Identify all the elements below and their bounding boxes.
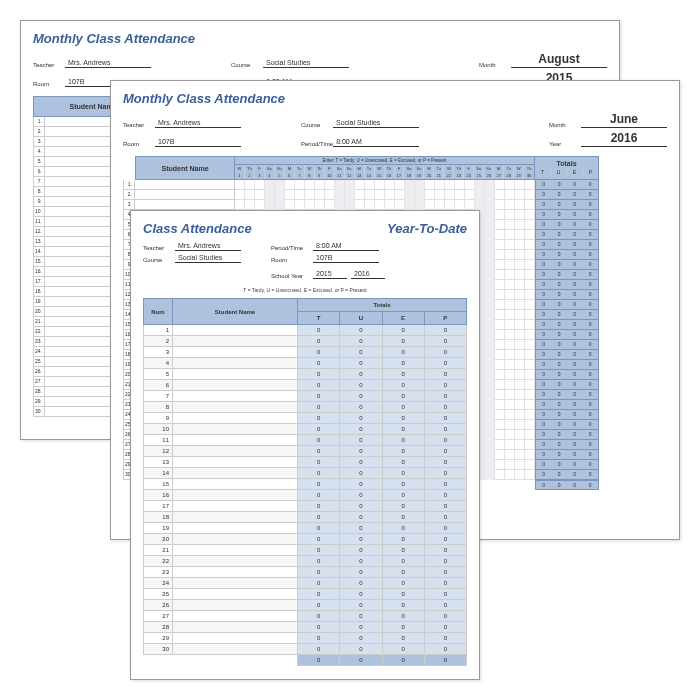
label-room: Room <box>33 81 65 87</box>
day-cell <box>495 270 505 280</box>
totals-cols: TUEP <box>535 169 598 175</box>
dow-cell: Tu <box>365 165 375 172</box>
table-row: 240000 <box>144 578 467 589</box>
cell-t: 0 <box>298 435 340 446</box>
cell-p: 0 <box>424 490 466 501</box>
day-cell <box>515 260 525 270</box>
dow-cell: M <box>494 165 504 172</box>
day-cell <box>505 260 515 270</box>
day-cell <box>495 260 505 270</box>
day-cell <box>315 200 325 210</box>
val-month: August <box>511 52 607 68</box>
day-cell <box>515 220 525 230</box>
row-number: 9. <box>33 197 45 207</box>
day-cell <box>485 390 495 400</box>
day-cell <box>485 180 495 190</box>
cell-p: 0 <box>424 589 466 600</box>
cell-t: 0 <box>298 358 340 369</box>
cell-u: 0 <box>340 479 382 490</box>
label-teacher: Teacher <box>33 62 65 68</box>
day-cell <box>485 340 495 350</box>
totals-cell: 0000 <box>535 320 599 330</box>
cell-e: 0 <box>382 402 424 413</box>
dow-cell: F <box>325 165 335 172</box>
dow-cell: Th <box>385 165 395 172</box>
day-cell <box>525 410 535 420</box>
row-number: 6 <box>144 380 173 391</box>
day-cell <box>465 180 475 190</box>
day-cell <box>505 290 515 300</box>
day-cell <box>505 340 515 350</box>
row-number: 2. <box>123 190 135 200</box>
daynum-cell: 7 <box>295 172 305 179</box>
row-number: 8 <box>144 402 173 413</box>
day-cell <box>485 290 495 300</box>
dow-cell: Sa <box>404 165 414 172</box>
title1: Class Attendance <box>143 221 252 236</box>
day-cell <box>235 190 245 200</box>
daynum-cell: 12 <box>345 172 355 179</box>
row-number: 11. <box>33 217 45 227</box>
grid-header: Student Name Enter: T = Tardy, U = Unexc… <box>123 156 667 180</box>
cell-u: 0 <box>340 490 382 501</box>
cell-t: 0 <box>298 402 340 413</box>
day-cell <box>255 200 265 210</box>
cell-e: 0 <box>382 424 424 435</box>
label-course: Course <box>143 257 175 263</box>
cell-t: 0 <box>298 501 340 512</box>
day-cell <box>475 200 485 210</box>
day-cell <box>505 230 515 240</box>
student-name-cell <box>173 457 298 468</box>
cell-p: 0 <box>424 556 466 567</box>
cell-e: 0 <box>382 545 424 556</box>
row-number: 22. <box>33 327 45 337</box>
dow-cell: Tu <box>434 165 444 172</box>
row-number: 21 <box>144 545 173 556</box>
header-row2: Room 107B Period/Time 8:00 AM Year 2016 <box>123 131 667 147</box>
day-cell <box>505 300 515 310</box>
student-name-cell <box>173 622 298 633</box>
cell-e: 0 <box>382 391 424 402</box>
day-cell <box>525 350 535 360</box>
cell-t: 0 <box>298 633 340 644</box>
table-row: 260000 <box>144 600 467 611</box>
cell-u: 0 <box>340 369 382 380</box>
daynum-cell: 30 <box>524 172 534 179</box>
day-cell <box>435 190 445 200</box>
val-teacher: Mrs. Andrews <box>155 119 241 128</box>
row-number: 7. <box>33 177 45 187</box>
student-name-cell <box>135 180 235 190</box>
dow-cell: W <box>514 165 524 172</box>
label-month: Month <box>549 122 581 128</box>
cell-t: 0 <box>298 600 340 611</box>
tot-col: T <box>535 169 551 175</box>
day-cell <box>525 270 535 280</box>
day-cell <box>525 430 535 440</box>
day-cell <box>525 290 535 300</box>
day-cell <box>495 430 505 440</box>
val-course: Social Studies <box>263 59 349 68</box>
totals-cell: 0000 <box>535 380 599 390</box>
day-cell <box>505 270 515 280</box>
day-cell <box>525 400 535 410</box>
day-cell <box>515 190 525 200</box>
day-cell <box>515 430 525 440</box>
totals-cell: 0000 <box>535 180 599 190</box>
cell-u: 0 <box>340 633 382 644</box>
cell-p: 0 <box>424 611 466 622</box>
day-cell <box>285 200 295 210</box>
day-cell <box>505 470 515 480</box>
student-name-cell <box>173 567 298 578</box>
row-number: 6. <box>33 167 45 177</box>
student-name-cell <box>173 490 298 501</box>
day-cell <box>285 190 295 200</box>
dow-cell: W <box>375 165 385 172</box>
day-cell <box>405 180 415 190</box>
day-cell <box>525 240 535 250</box>
row-number: 17. <box>33 277 45 287</box>
cell-u: 0 <box>340 644 382 655</box>
day-cell <box>505 440 515 450</box>
cell-p: 0 <box>424 545 466 556</box>
row-number: 20. <box>33 307 45 317</box>
day-cell <box>485 370 495 380</box>
